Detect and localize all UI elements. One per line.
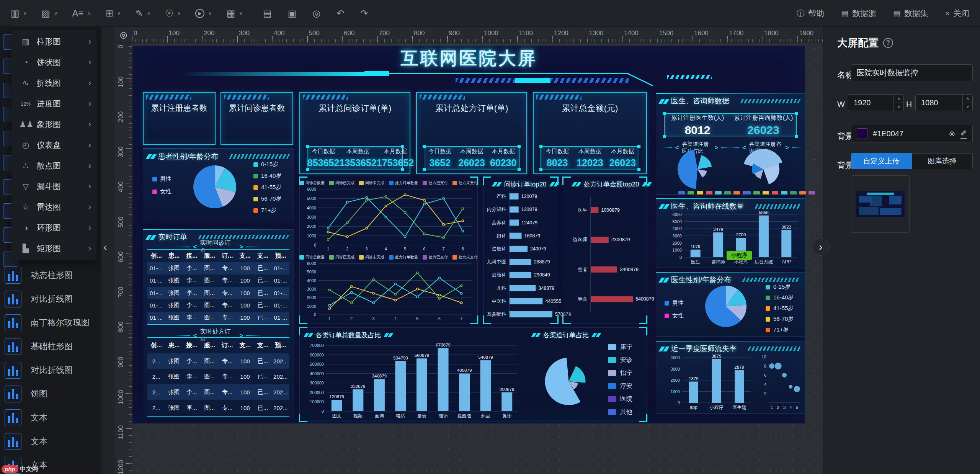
legend-item: 0-15岁	[766, 283, 794, 291]
paint-roller-button[interactable]: ▨∨	[41, 9, 57, 18]
bar-chart-churn[interactable]: 400030002000100001879app3879小程序2879医生端	[666, 353, 752, 410]
component-list-item[interactable]: 文本	[0, 406, 101, 430]
chart-type-menu-item[interactable]: ♟♟象形图›	[11, 114, 96, 135]
header-marks-icon	[385, 333, 392, 337]
step-down-icon[interactable]: ∨	[894, 103, 904, 111]
datasource-button[interactable]: ▤数据源	[841, 8, 876, 19]
component-list-item[interactable]: 对比折线图	[0, 287, 101, 311]
realtime-consult-table[interactable]: 创...患...接...服...订...支...支...预...01-...张图…	[147, 249, 289, 325]
close-button[interactable]: ×关闭	[945, 8, 969, 19]
chart-type-menu-item[interactable]: ◴仪表盘›	[11, 135, 96, 155]
scatter-chart-churn[interactable]: 10864212345	[757, 353, 803, 410]
hbar-chart-consult-top20[interactable]: 产科120079内分泌科120879营养科124079妇科160879过敏科24…	[485, 190, 557, 321]
svg-text:4000: 4000	[307, 206, 316, 210]
width-stepper[interactable]: ∧∨	[893, 95, 904, 111]
component-list-item[interactable]: 对比折线图	[0, 358, 101, 382]
table-cell: 100	[236, 302, 254, 309]
component-list-item[interactable]: 饼图	[0, 382, 101, 406]
svg-text:0: 0	[314, 312, 316, 317]
rose-chart-order-channels[interactable]	[535, 345, 602, 417]
legend-swatch	[763, 191, 769, 195]
chart-type-menu-item[interactable]: ◑环形图›	[11, 217, 96, 238]
line-chart-consults[interactable]: 600050004000300020001000012345678	[303, 188, 475, 252]
metric-card-total-amount[interactable]: 累计总金额(元) 今日数据8023本周数据12023本月数据26023	[533, 92, 647, 174]
screen-name-input[interactable]	[851, 64, 973, 81]
bg-image-thumbnail[interactable]	[851, 175, 910, 233]
chart-button[interactable]: ▥∧	[11, 9, 27, 18]
chart-type-menu-item[interactable]: 12%进度图›	[11, 93, 96, 114]
table-cell: 李...	[183, 302, 201, 309]
realtime-rx-table[interactable]: 创...患...接...服...订...支...支...预...2...张图李.…	[147, 337, 289, 417]
component-list-item[interactable]: 文本	[0, 430, 101, 453]
bg-color-field[interactable]: #1E0047 ⊗ ✐	[851, 125, 973, 142]
color-value: #1E0047	[873, 129, 943, 138]
column-header: 患...	[165, 252, 183, 260]
table-row[interactable]: 2...张图李...图...专...100已...202...	[147, 353, 289, 369]
legend-swatch	[359, 255, 364, 260]
pie-chart-patient[interactable]	[193, 165, 236, 208]
ruler-toggle-button[interactable]: ◎	[115, 27, 132, 43]
bar-chart-order-totals[interactable]: 7000006000005000004000003000002000001000…	[302, 341, 519, 419]
save-button[interactable]: ▣	[288, 9, 297, 18]
hbar-chart-rx-top20[interactable]: 医生1000879咨询师2300879患者3400879导医5400879	[565, 195, 645, 314]
table-row[interactable]: 01-...张图李...图...专...100已...01-...	[147, 312, 289, 324]
order-channel-legend: 康宁安诊怡宁淳安医院其他	[608, 343, 632, 416]
menu-item-label: 柱形图	[37, 36, 88, 47]
step-down-icon[interactable]: ∨	[963, 103, 973, 111]
database-button[interactable]: ▤	[263, 9, 272, 18]
undo-button[interactable]: ↶	[336, 9, 344, 18]
rose-chart-doctor-channels[interactable]	[677, 149, 718, 189]
collapse-sidebar-button[interactable]: ‹	[103, 240, 107, 253]
table-row[interactable]: 01-...张图李...图...专...100已...01-...	[147, 299, 289, 311]
expand-config-button[interactable]: ›	[812, 238, 830, 256]
table-row[interactable]: 2...张图李...图...专...100已...202...	[147, 369, 289, 385]
rose-chart-consultant-channels[interactable]	[743, 149, 784, 189]
chart-type-menu-item[interactable]: ▥柱形图›	[11, 31, 96, 52]
pie-chart-doctor[interactable]	[705, 286, 746, 327]
caret-icon: ∨	[54, 10, 58, 16]
tab-custom-upload[interactable]: 自定义上传	[851, 153, 912, 169]
step-up-icon[interactable]: ∧	[963, 95, 973, 103]
height-stepper[interactable]: ∧∨	[962, 95, 973, 111]
chart-type-menu-item[interactable]: ☆雷达图›	[11, 197, 96, 217]
widgets-button[interactable]: ▦∨	[227, 9, 243, 18]
table-row[interactable]: 01-...张图李...图...专...100已...01-...	[147, 275, 289, 287]
table-row[interactable]: 2...张图李...图...专...100已...202...	[147, 400, 289, 416]
svg-text:7: 7	[443, 247, 445, 251]
preview-eye-button[interactable]: ◎	[312, 9, 320, 18]
stat-card-consulted-patients[interactable]: 累计问诊患者数	[220, 92, 293, 145]
header-marks-icon	[643, 182, 650, 186]
edit-button[interactable]: ✎∨	[136, 9, 151, 18]
metric-card-consult-orders[interactable]: 累计总问诊订单(单) 今日数据853652本周数据1353652本月数据1753…	[299, 92, 410, 174]
clear-color-icon[interactable]: ⊗	[949, 129, 955, 138]
step-up-icon[interactable]: ∧	[894, 95, 904, 103]
info-button[interactable]: ⓘ帮助	[797, 8, 824, 19]
table-cell: 202...	[272, 405, 289, 411]
header-marks-icon	[532, 333, 539, 337]
metric-card-rx-orders[interactable]: 累计总处方订单(单) 今日数据3652本周数据26023本月数据60230	[416, 92, 527, 174]
chart-type-menu-item[interactable]: ▙矩形图›	[11, 238, 96, 259]
redo-button[interactable]: ↷	[360, 9, 368, 18]
width-label: W	[837, 100, 845, 109]
component-list-item[interactable]: 动态柱形图	[0, 263, 101, 287]
chart-type-menu-item[interactable]: ▽漏斗图›	[11, 176, 96, 197]
help-circle-icon[interactable]: ?	[883, 38, 893, 48]
map-marker-button[interactable]: ☉∨	[165, 9, 181, 18]
component-list-item[interactable]: 基础柱形图	[0, 335, 101, 358]
table-row[interactable]: 2...张图李...图...专...100已...202...	[147, 384, 289, 400]
chart-type-menu-item[interactable]: ∿折线图›	[11, 73, 96, 93]
chart-type-menu-item[interactable]: ◔饼状图›	[11, 52, 96, 73]
legend-item: 问诊总数量	[299, 180, 325, 186]
table-row[interactable]: 01-...张图李...图...专...100已...01-...	[147, 262, 289, 274]
media-play-button[interactable]: ▶∨	[195, 9, 212, 18]
table-row[interactable]: 01-...张图李...图...专...100已...01-...	[147, 287, 289, 299]
table-button[interactable]: ⊞∨	[106, 9, 121, 18]
chart-type-menu-item[interactable]: ∴散点图›	[11, 155, 96, 176]
dataset-button[interactable]: ▤数据集	[893, 8, 928, 19]
component-list-item[interactable]: 南丁格尔玫瑰图	[0, 311, 101, 335]
stat-card-registered-patients[interactable]: 累计注册患者数	[143, 92, 216, 145]
color-picker-icon[interactable]: ✐	[960, 129, 967, 139]
line-chart-prescriptions[interactable]: 60005000400030002000100001234567	[303, 262, 475, 322]
text-style-button[interactable]: A≡∨	[72, 9, 91, 18]
tab-gallery-select[interactable]: 图库选择	[912, 153, 973, 169]
